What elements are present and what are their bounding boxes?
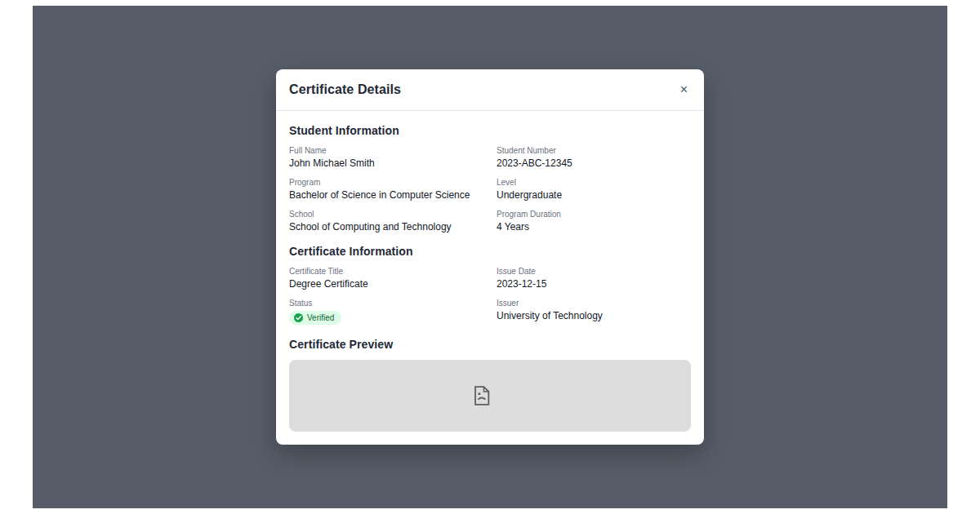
field-label: Student Number bbox=[497, 146, 691, 155]
field-value: 4 Years bbox=[497, 221, 691, 233]
field-value: Undergraduate bbox=[497, 189, 691, 201]
broken-image-icon bbox=[474, 386, 506, 405]
modal-backdrop: Certificate Details × Student Informatio… bbox=[33, 6, 947, 508]
certificate-preview-placeholder bbox=[289, 360, 691, 432]
close-icon: × bbox=[680, 82, 688, 96]
field-issue-date: Issue Date 2023-12-15 bbox=[497, 267, 691, 290]
field-value: 2023-12-15 bbox=[497, 278, 691, 290]
section-heading-student: Student Information bbox=[289, 124, 691, 137]
field-value: John Michael Smith bbox=[289, 157, 483, 169]
status-badge-label: Verified bbox=[307, 313, 334, 322]
field-status: Status Verified bbox=[289, 299, 483, 326]
section-heading-preview: Certificate Preview bbox=[289, 338, 691, 351]
field-value: Bachelor of Science in Computer Science bbox=[289, 189, 483, 201]
field-school: School School of Computing and Technolog… bbox=[289, 210, 483, 233]
certificate-details-modal: Certificate Details × Student Informatio… bbox=[276, 69, 704, 445]
certificate-information-section: Certificate Information Certificate Titl… bbox=[289, 245, 691, 326]
field-issuer: Issuer University of Technology bbox=[497, 299, 691, 326]
field-full-name: Full Name John Michael Smith bbox=[289, 146, 483, 169]
certificate-field-grid: Certificate Title Degree Certificate Iss… bbox=[289, 267, 691, 326]
field-label: Issuer bbox=[497, 299, 691, 308]
modal-body: Student Information Full Name John Micha… bbox=[276, 111, 704, 445]
field-value: Degree Certificate bbox=[289, 278, 483, 290]
status-badge: Verified bbox=[289, 311, 341, 325]
field-label: Issue Date bbox=[497, 267, 691, 276]
field-label: Certificate Title bbox=[289, 267, 483, 276]
modal-title: Certificate Details bbox=[289, 82, 401, 97]
field-certificate-title: Certificate Title Degree Certificate bbox=[289, 267, 483, 290]
close-button[interactable]: × bbox=[677, 82, 691, 98]
field-label: Status bbox=[289, 299, 483, 308]
field-level: Level Undergraduate bbox=[497, 178, 691, 201]
field-label: Level bbox=[497, 178, 691, 187]
field-label: School bbox=[289, 210, 483, 219]
student-field-grid: Full Name John Michael Smith Student Num… bbox=[289, 146, 691, 233]
field-program-duration: Program Duration 4 Years bbox=[497, 210, 691, 233]
modal-header: Certificate Details × bbox=[276, 69, 704, 111]
field-label: Full Name bbox=[289, 146, 483, 155]
verified-check-icon bbox=[294, 313, 303, 322]
section-heading-certificate: Certificate Information bbox=[289, 245, 691, 258]
field-label: Program Duration bbox=[497, 210, 691, 219]
student-information-section: Student Information Full Name John Micha… bbox=[289, 124, 691, 233]
certificate-preview-section: Certificate Preview bbox=[289, 338, 691, 432]
field-label: Program bbox=[289, 178, 483, 187]
field-student-number: Student Number 2023-ABC-12345 bbox=[497, 146, 691, 169]
field-value: School of Computing and Technology bbox=[289, 221, 483, 233]
field-value: 2023-ABC-12345 bbox=[497, 157, 691, 169]
field-value: University of Technology bbox=[497, 310, 691, 321]
field-program: Program Bachelor of Science in Computer … bbox=[289, 178, 483, 201]
